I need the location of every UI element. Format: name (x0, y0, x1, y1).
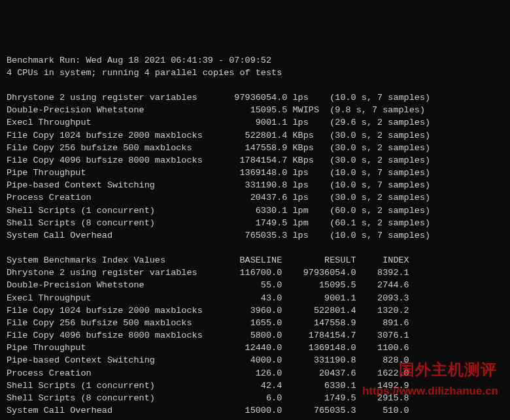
terminal-output: Benchmark Run: Wed Aug 18 2021 06:41:39 … (7, 54, 503, 420)
